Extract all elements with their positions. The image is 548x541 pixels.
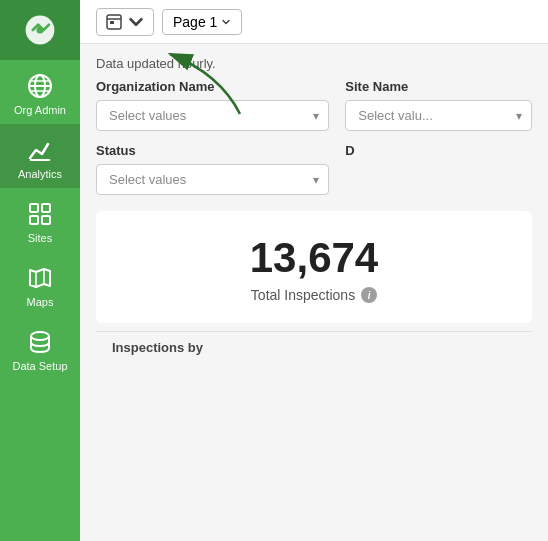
sidebar-item-maps[interactable]: Maps bbox=[0, 252, 80, 316]
analytics-icon bbox=[24, 136, 56, 164]
svg-rect-10 bbox=[30, 216, 38, 224]
data-notice: Data updated hourly. bbox=[96, 44, 532, 79]
total-inspections-label: Total Inspections i bbox=[112, 287, 516, 303]
page-dropdown-arrow-icon bbox=[221, 17, 231, 27]
data-setup-icon bbox=[24, 328, 56, 356]
content-area: Data updated hourly. Organization Name S… bbox=[80, 44, 548, 541]
site-name-label: Site Name bbox=[345, 79, 532, 94]
total-inspections-number: 13,674 bbox=[112, 235, 516, 281]
inspections-section-title: Inspections by bbox=[96, 331, 532, 359]
org-name-select-wrapper: Select values bbox=[96, 100, 329, 131]
svg-point-14 bbox=[31, 332, 49, 340]
globe-icon bbox=[24, 72, 56, 100]
status-label: Status bbox=[96, 143, 329, 158]
maps-icon bbox=[24, 264, 56, 292]
logo-icon bbox=[22, 12, 58, 48]
org-name-filter: Organization Name Select values bbox=[96, 79, 329, 131]
org-name-label: Organization Name bbox=[96, 79, 329, 94]
d-filter: D bbox=[345, 143, 532, 158]
sidebar-item-label: Maps bbox=[27, 296, 54, 308]
sidebar-item-data-setup[interactable]: Data Setup bbox=[0, 316, 80, 380]
svg-rect-9 bbox=[42, 204, 50, 212]
sidebar: Org Admin Analytics Sites bbox=[0, 0, 80, 541]
sidebar-item-analytics[interactable]: Analytics bbox=[0, 124, 80, 188]
info-icon[interactable]: i bbox=[361, 287, 377, 303]
sidebar-item-label: Data Setup bbox=[12, 360, 67, 372]
org-name-select[interactable]: Select values bbox=[96, 100, 329, 131]
d-label: D bbox=[345, 143, 532, 158]
sites-icon bbox=[24, 200, 56, 228]
sidebar-item-label: Sites bbox=[28, 232, 52, 244]
sidebar-item-sites[interactable]: Sites bbox=[0, 188, 80, 252]
sidebar-item-label: Analytics bbox=[18, 168, 62, 180]
filter-row-1: Organization Name Select values Site Nam… bbox=[96, 79, 532, 131]
site-name-select[interactable]: Select valu... bbox=[345, 100, 532, 131]
svg-rect-17 bbox=[110, 21, 114, 24]
topbar: Page 1 bbox=[80, 0, 548, 44]
export-icon bbox=[105, 13, 123, 31]
page-label: Page 1 bbox=[173, 14, 217, 30]
topbar-wrapper: Page 1 bbox=[80, 0, 548, 44]
filter-row-2: Status Select values D bbox=[96, 143, 532, 195]
svg-rect-8 bbox=[30, 204, 38, 212]
stats-card: 13,674 Total Inspections i bbox=[96, 211, 532, 323]
site-name-filter: Site Name Select valu... bbox=[345, 79, 532, 131]
svg-point-1 bbox=[36, 26, 43, 33]
dropdown-arrow-icon bbox=[127, 13, 145, 31]
status-select[interactable]: Select values bbox=[96, 164, 329, 195]
sidebar-item-org-admin[interactable]: Org Admin bbox=[0, 60, 80, 124]
svg-rect-11 bbox=[42, 216, 50, 224]
page-selector[interactable]: Page 1 bbox=[162, 9, 242, 35]
site-name-select-wrapper: Select valu... bbox=[345, 100, 532, 131]
status-select-wrapper: Select values bbox=[96, 164, 329, 195]
export-button[interactable] bbox=[96, 8, 154, 36]
status-filter: Status Select values bbox=[96, 143, 329, 195]
main-content: Page 1 Data updated hourly. bbox=[80, 0, 548, 541]
sidebar-logo bbox=[0, 0, 80, 60]
sidebar-item-label: Org Admin bbox=[14, 104, 66, 116]
